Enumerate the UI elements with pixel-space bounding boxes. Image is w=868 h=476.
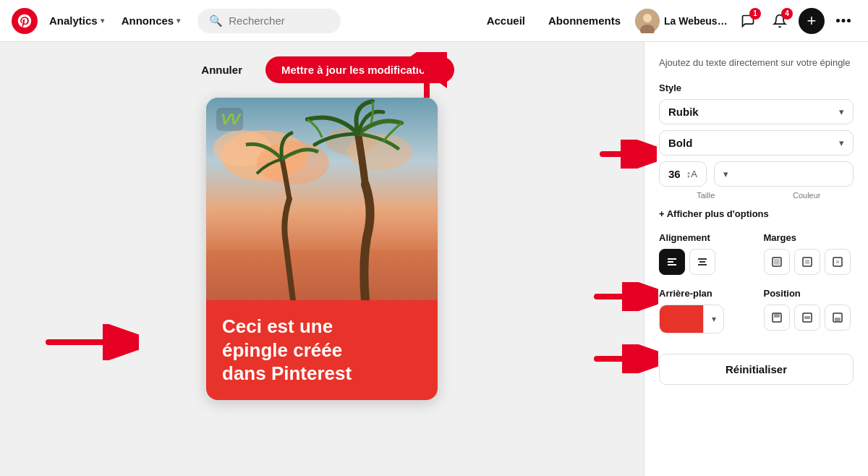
svg-point-4: [842, 19, 846, 22]
accueil-nav[interactable]: Accueil: [478, 10, 534, 31]
background-controls: ▾: [659, 305, 749, 333]
position-label: Position: [764, 288, 854, 299]
alignment-col: Alignement: [659, 232, 749, 275]
position-top-button[interactable]: [764, 305, 790, 331]
background-color-picker[interactable]: ▾: [659, 305, 724, 333]
font-family-chevron-icon: ▾: [839, 106, 844, 117]
font-size-control[interactable]: 36 ↕A: [659, 161, 707, 187]
create-button[interactable]: +: [799, 8, 825, 34]
font-weight-chevron-icon: ▾: [839, 137, 844, 148]
position-middle-button[interactable]: [794, 305, 820, 331]
logo-w: VV: [221, 110, 239, 129]
marges-buttons: [764, 249, 854, 275]
analytics-chevron-icon: ▾: [101, 17, 104, 25]
marges-label: Marges: [764, 232, 854, 243]
pin-text-line1: Ceci est une: [222, 315, 333, 337]
user-profile[interactable]: La Webeuse ...: [635, 9, 729, 33]
font-family-value: Rubik: [668, 106, 699, 118]
background-chevron-icon: ▾: [703, 305, 723, 333]
search-bar[interactable]: 🔍: [197, 9, 341, 33]
align-left-button[interactable]: [659, 249, 685, 275]
notif-badge: 4: [781, 8, 793, 20]
position-buttons: [764, 305, 854, 331]
alignment-buttons: [659, 249, 749, 275]
style-section: Style Rubik ▾ Bold ▾ 36 ↕A ▾: [659, 82, 854, 200]
font-size-value: 36: [668, 168, 681, 180]
analytics-nav[interactable]: Analytics ▾: [43, 10, 110, 31]
search-input[interactable]: [229, 14, 329, 27]
font-weight-value: Bold: [668, 137, 692, 149]
font-labels-row: Taille Couleur: [659, 191, 854, 200]
font-resize-icon: ↕A: [686, 169, 697, 179]
arrow-bg-decoration: [644, 344, 658, 376]
pin-text-line2: épingle créée: [222, 339, 342, 361]
navbar: Analytics ▾ Annonces ▾ 🔍 Accueil Abonnem…: [0, 0, 868, 42]
background-label: Arrière-plan: [659, 288, 749, 299]
annonces-chevron-icon: ▾: [176, 17, 180, 25]
pin-text-line3: dans Pinterest: [222, 362, 352, 384]
background-color-swatch: [660, 305, 703, 333]
background-col: Arrière-plan ▾: [659, 288, 749, 333]
marge-none-button[interactable]: [764, 249, 790, 275]
bg-position-row: Arrière-plan ▾ Position: [659, 288, 854, 333]
panel-hint: Ajoutez du texte directement sur votre é…: [659, 56, 854, 69]
svg-rect-33: [836, 260, 839, 263]
avatar: [635, 9, 660, 33]
pin-text-block: Ceci est une épingle créée dans Pinteres…: [206, 300, 438, 400]
alignment-section: Alignement Marges: [659, 232, 854, 275]
marge-small-button[interactable]: [794, 249, 820, 275]
svg-point-5: [847, 19, 851, 22]
annonces-nav[interactable]: Annonces ▾: [116, 10, 187, 31]
alignment-label: Alignement: [659, 232, 749, 243]
abonnements-nav[interactable]: Abonnements: [540, 10, 629, 31]
arrow-font-decoration: [599, 140, 657, 171]
pin-card: VV Ceci est une épingle créée dans Pinte…: [206, 98, 438, 400]
font-size-row: 36 ↕A ▾: [659, 161, 854, 187]
marge-large-button[interactable]: [825, 249, 851, 275]
svg-point-3: [836, 19, 840, 22]
message-badge: 1: [749, 8, 761, 20]
main-layout: Annuler Mettre à jour les modifications: [0, 42, 868, 476]
font-weight-dropdown[interactable]: Bold ▾: [659, 130, 854, 156]
analytics-label: Analytics: [49, 14, 98, 27]
more-menu-button[interactable]: [830, 8, 856, 34]
svg-rect-37: [774, 314, 780, 318]
user-label: La Webeuse ...: [664, 15, 729, 27]
font-family-dropdown[interactable]: Rubik ▾: [659, 99, 854, 124]
svg-rect-16: [206, 250, 438, 300]
pin-card-image: VV: [206, 98, 438, 300]
search-icon: 🔍: [209, 14, 223, 27]
position-bottom-button[interactable]: [825, 305, 851, 331]
more-options-link[interactable]: + Afficher plus d'options: [659, 208, 854, 219]
background-section: Arrière-plan ▾ Position: [659, 288, 854, 333]
style-label: Style: [659, 82, 854, 93]
pin-text: Ceci est une épingle créée dans Pinteres…: [222, 315, 352, 386]
svg-point-1: [643, 14, 652, 22]
alignment-marges-row: Alignement Marges: [659, 232, 854, 275]
svg-rect-41: [835, 318, 841, 321]
position-col: Position: [764, 288, 854, 333]
pinterest-logo[interactable]: [12, 8, 38, 34]
color-chevron-icon: ▾: [723, 169, 728, 179]
annonces-label: Annonces: [122, 14, 174, 27]
notifications-button[interactable]: 4: [767, 8, 793, 34]
taille-label: Taille: [659, 191, 753, 200]
messages-button[interactable]: 1: [735, 8, 761, 34]
marges-col: Marges: [764, 232, 854, 275]
reinitialize-button[interactable]: Réinitialiser: [659, 354, 854, 385]
arrow-left-card-decoration: [45, 324, 139, 363]
svg-rect-29: [774, 259, 780, 265]
arrow-alignment-decoration: [644, 282, 658, 314]
svg-rect-31: [805, 260, 809, 264]
couleur-label: Couleur: [760, 191, 854, 200]
align-center-button[interactable]: [689, 249, 715, 275]
svg-rect-39: [804, 316, 810, 319]
cancel-button[interactable]: Annuler: [190, 58, 254, 82]
font-color-control[interactable]: ▾: [714, 161, 854, 187]
editor-area: Annuler Mettre à jour les modifications: [0, 42, 644, 476]
right-panel: Ajoutez du texte directement sur votre é…: [644, 42, 868, 476]
pin-logo: VV: [216, 108, 243, 131]
